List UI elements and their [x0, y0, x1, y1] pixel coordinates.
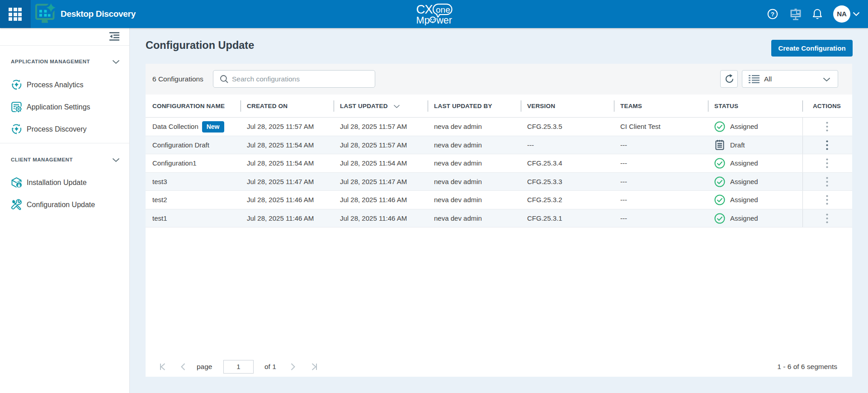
svg-text:wer: wer: [436, 15, 452, 25]
svg-text:?: ?: [771, 11, 774, 18]
svg-text:Mp: Mp: [416, 15, 430, 25]
svg-text:CX: CX: [416, 4, 433, 16]
svg-text:one: one: [436, 5, 450, 14]
